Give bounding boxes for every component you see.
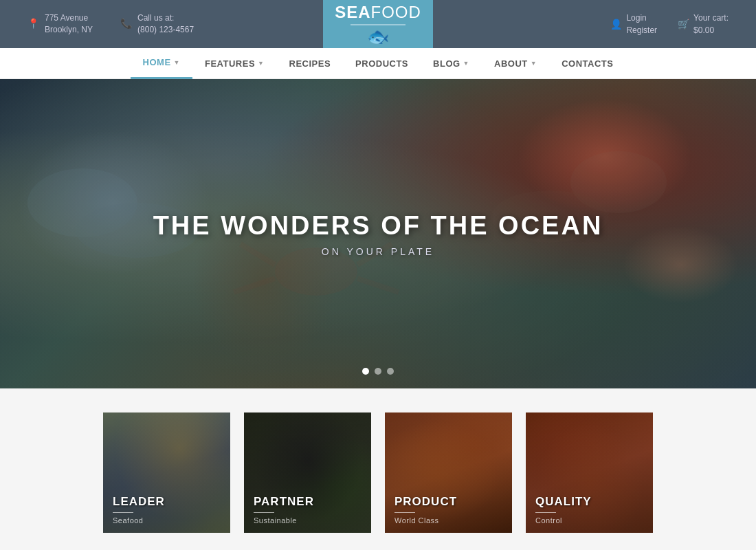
card-quality-overlay: QUALITY Control [526, 487, 653, 533]
user-icon: 👤 [610, 19, 622, 30]
hero-subtitle: ON YOUR PLATE [153, 246, 603, 257]
top-bar: 📍 775 AvenueBrooklyn, NY 📞 Call us at:(8… [0, 0, 756, 48]
nav-recipes-label: RECIPES [289, 58, 331, 69]
login-link[interactable]: Login [626, 12, 657, 24]
address-text: 775 AvenueBrooklyn, NY [45, 12, 93, 36]
nav-home[interactable]: HOME ▼ [131, 48, 192, 79]
hero-background: THE WONDERS OF THE OCEAN ON YOUR PLATE [0, 79, 756, 388]
card-leader-overlay: LEADER Seafood [103, 487, 230, 533]
location-icon: 📍 [27, 17, 39, 31]
card-partner-bg: PARTNER Sustainable [244, 412, 371, 533]
card-quality-divider [535, 512, 556, 513]
hero-dots [362, 368, 394, 375]
nav-home-arrow: ▼ [174, 59, 180, 66]
svg-line-8 [357, 278, 399, 292]
card-leader-title: LEADER [113, 495, 221, 509]
nav-recipes[interactable]: RECIPES [277, 48, 344, 79]
nav-about[interactable]: ABOUT ▼ [482, 48, 549, 79]
logo-food: FOOD [371, 3, 421, 22]
card-partner[interactable]: PARTNER Sustainable [244, 412, 371, 533]
nav-bar: HOME ▼ FEATURES ▼ RECIPES PRODUCTS BLOG … [0, 48, 756, 79]
nav-features-arrow: ▼ [258, 60, 264, 67]
logo[interactable]: SEA FOOD 🐟 [323, 0, 433, 48]
card-product-title: PRODUCT [394, 495, 502, 509]
nav-blog[interactable]: BLOG ▼ [421, 48, 482, 79]
card-partner-divider [254, 512, 274, 513]
nav-features[interactable]: FEATURES ▼ [192, 48, 277, 79]
hero-dot-3[interactable] [387, 368, 394, 375]
logo-sea: SEA [335, 3, 370, 22]
phone-text: Call us at:(800) 123-4567 [137, 12, 194, 36]
hero-dot-2[interactable] [375, 368, 381, 375]
nav-features-label: FEATURES [205, 58, 255, 69]
hero-dot-1[interactable] [362, 368, 369, 375]
card-quality-subtitle: Control [535, 516, 643, 525]
nav-contacts-label: CONTACTS [562, 58, 613, 69]
hero-title: THE WONDERS OF THE OCEAN [153, 211, 603, 241]
card-quality-bg: QUALITY Control [526, 412, 653, 533]
cart-info[interactable]: 🛒 Your cart: $0.00 [678, 12, 729, 36]
phone-icon: 📞 [120, 17, 132, 31]
card-product-overlay: PRODUCT World Class [385, 487, 512, 533]
logo-fish-icon: 🐟 [367, 28, 389, 45]
nav-home-label: HOME [143, 57, 171, 67]
nav-about-label: ABOUT [494, 58, 528, 69]
top-bar-right: 👤 Login Register 🛒 Your cart: $0.00 [610, 12, 729, 36]
card-product-subtitle: World Class [394, 516, 502, 525]
login-register[interactable]: 👤 Login Register [610, 12, 657, 36]
top-bar-left: 📍 775 AvenueBrooklyn, NY 📞 Call us at:(8… [27, 12, 194, 36]
nav-products[interactable]: PRODUCTS [343, 48, 421, 79]
svg-line-6 [234, 278, 275, 292]
cart-icon: 🛒 [678, 19, 689, 30]
card-leader-subtitle: Seafood [113, 516, 221, 525]
card-product[interactable]: PRODUCT World Class [385, 412, 512, 533]
register-link[interactable]: Register [626, 24, 657, 36]
cart-amount: $0.00 [693, 24, 729, 36]
card-quality[interactable]: QUALITY Control [526, 412, 653, 533]
phone-info: 📞 Call us at:(800) 123-4567 [120, 12, 194, 36]
nav-blog-label: BLOG [433, 58, 460, 69]
card-product-divider [394, 512, 415, 513]
hero-text-block: THE WONDERS OF THE OCEAN ON YOUR PLATE [153, 211, 603, 257]
card-partner-subtitle: Sustainable [254, 516, 362, 525]
address-info: 📍 775 AvenueBrooklyn, NY [27, 12, 93, 36]
cards-section: LEADER Seafood PARTNER Sustainable PRODU… [0, 388, 756, 550]
nav-contacts[interactable]: CONTACTS [549, 48, 625, 79]
card-quality-title: QUALITY [535, 495, 643, 509]
card-partner-overlay: PARTNER Sustainable [244, 487, 371, 533]
hero-section: THE WONDERS OF THE OCEAN ON YOUR PLATE [0, 79, 756, 388]
card-partner-title: PARTNER [254, 495, 362, 509]
card-leader-divider [113, 512, 133, 513]
nav-blog-arrow: ▼ [463, 60, 469, 67]
card-product-bg: PRODUCT World Class [385, 412, 512, 533]
cart-label: Your cart: [693, 12, 729, 24]
nav-about-arrow: ▼ [531, 60, 537, 67]
nav-products-label: PRODUCTS [355, 58, 408, 69]
card-leader-bg: LEADER Seafood [103, 412, 230, 533]
card-leader[interactable]: LEADER Seafood [103, 412, 230, 533]
